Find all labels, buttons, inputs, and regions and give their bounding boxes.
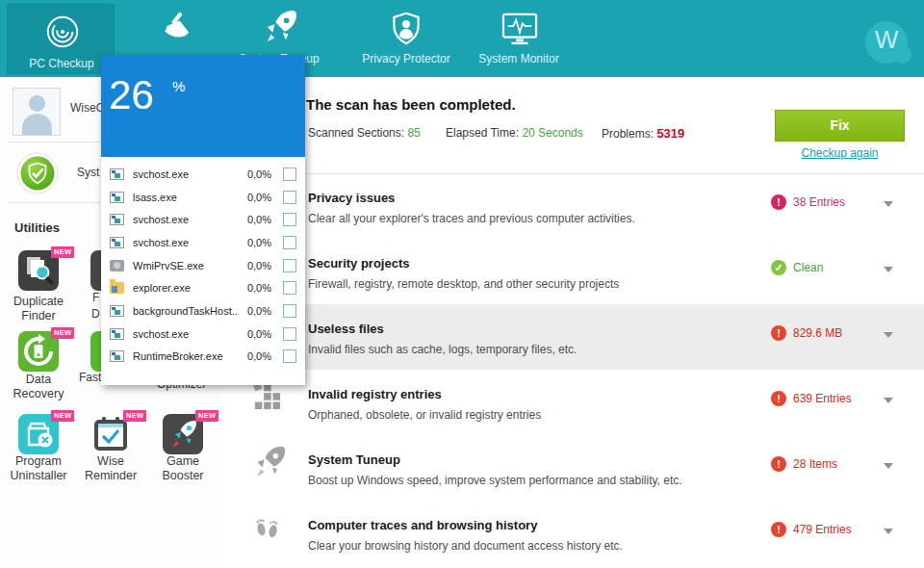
scan-category-row[interactable]: System Tuneup Boost up Windows speed, im… xyxy=(221,441,924,504)
checkup-again-link[interactable]: Checkup again xyxy=(775,146,905,160)
row-title: Useless files xyxy=(308,322,384,336)
error-icon: ! xyxy=(771,194,786,210)
row-title: Invalid registry entries xyxy=(308,387,442,401)
process-checkbox[interactable] xyxy=(283,213,296,226)
error-icon: ! xyxy=(771,522,786,537)
broom-icon xyxy=(157,11,193,45)
error-icon: ! xyxy=(771,325,786,341)
tile-label-line1: Data xyxy=(0,373,79,387)
process-row: lsass.exe 0,0% xyxy=(110,186,296,209)
scan-category-row[interactable]: Security projects Firewall, registry, re… xyxy=(221,245,924,308)
process-window-icon xyxy=(110,214,124,225)
row-description: Clear all your explorer's traces and pre… xyxy=(308,212,635,225)
process-checkbox[interactable] xyxy=(283,191,296,204)
partial-label: F xyxy=(92,291,99,304)
chevron-down-icon[interactable] xyxy=(884,398,893,403)
status-badge: 829.6 MB xyxy=(793,326,842,340)
partial-label: Fast xyxy=(79,371,101,384)
check-icon: ✓ xyxy=(771,260,786,275)
row-title: Security projects xyxy=(308,256,410,271)
scan-progress-header: 26 % xyxy=(101,55,305,157)
process-row: svchost.exe 0,0% xyxy=(110,231,296,254)
process-name: backgroundTaskHost... xyxy=(133,305,239,317)
tile-label-line1: Duplicate xyxy=(0,295,79,309)
system-protection-shield-icon[interactable] xyxy=(16,152,59,194)
process-row: backgroundTaskHost... 0,0% xyxy=(110,299,296,323)
process-row: WmiPrvSE.exe 0,0% xyxy=(110,254,296,277)
process-name: svchost.exe xyxy=(133,328,239,340)
process-checkbox[interactable] xyxy=(283,304,296,318)
pc-checkup-icon xyxy=(44,13,81,50)
row-title: Computer traces and browsing history xyxy=(308,518,537,532)
scan-category-row[interactable]: Useless files Invalid files such as cach… xyxy=(221,310,924,374)
scan-category-row[interactable]: Privacy issues Clear all your explorer's… xyxy=(221,179,924,243)
tab-pc-checkup[interactable]: PC Checkup xyxy=(7,4,115,74)
process-checkbox[interactable] xyxy=(283,168,296,181)
process-checkbox[interactable] xyxy=(283,236,296,249)
system-label-partial: Syst xyxy=(77,166,99,179)
tile-label-line1: Program xyxy=(0,454,79,469)
process-cpu: 0,0% xyxy=(239,237,271,248)
stat-value: 85 xyxy=(407,126,420,140)
header-separator xyxy=(221,173,924,174)
user-avatar[interactable] xyxy=(13,88,61,136)
scan-category-row[interactable]: Computer traces and browsing history Cle… xyxy=(221,506,924,568)
chevron-down-icon[interactable] xyxy=(884,332,893,338)
scan-percent-sign: % xyxy=(172,78,185,94)
process-row: svchost.exe 0,0% xyxy=(110,208,296,231)
new-badge: NEW xyxy=(51,410,74,422)
row-description: Clear your browsing history and document… xyxy=(308,539,623,553)
tuneup-rocket-icon xyxy=(252,445,287,479)
process-name: lsass.exe xyxy=(133,192,239,203)
error-icon: ! xyxy=(771,391,786,406)
stat-label: Elapsed Time: xyxy=(446,126,519,140)
fix-button[interactable]: Fix xyxy=(775,110,905,142)
app-window: PC Checkup System Tuneup xyxy=(0,0,924,568)
new-badge: NEW xyxy=(51,327,74,339)
process-cpu: 0,0% xyxy=(239,305,271,317)
tile-label-line1: Game xyxy=(142,454,223,469)
process-checkbox[interactable] xyxy=(283,327,296,341)
scan-percent: 26 xyxy=(109,72,154,118)
tile-label-line2: Uninstaller xyxy=(0,469,79,483)
tile-label-line2: Recovery xyxy=(0,387,79,401)
stat-label: Scanned Sections: xyxy=(308,126,404,140)
process-row: RuntimeBroker.exe 0,0% xyxy=(110,346,296,369)
row-title: System Tuneup xyxy=(308,452,400,467)
chevron-down-icon[interactable] xyxy=(884,529,893,534)
process-window-icon xyxy=(110,328,124,340)
registry-icon xyxy=(252,381,281,410)
process-name: svchost.exe xyxy=(133,214,239,225)
process-name: RuntimeBroker.exe xyxy=(133,350,239,362)
chevron-down-icon[interactable] xyxy=(884,463,893,469)
privacy-shield-icon xyxy=(389,10,424,48)
scan-category-row[interactable]: Invalid registry entries Orphaned, obsol… xyxy=(221,375,924,439)
process-checkbox[interactable] xyxy=(283,281,296,295)
process-name: svchost.exe xyxy=(133,168,239,180)
chevron-down-icon[interactable] xyxy=(884,201,893,207)
process-cpu: 0,0% xyxy=(239,168,271,180)
row-title: Privacy issues xyxy=(308,191,395,205)
process-cpu: 0,0% xyxy=(239,350,271,362)
stat-problems: Problems: 5319 xyxy=(602,126,684,141)
system-monitor-icon xyxy=(500,12,539,46)
tab-label: Privacy Protector xyxy=(352,52,460,67)
chevron-down-icon[interactable] xyxy=(884,267,893,272)
avatar-head xyxy=(29,95,45,112)
process-name: WmiPrvSE.exe xyxy=(133,260,239,271)
process-cpu: 0,0% xyxy=(239,214,271,225)
stat-scanned-sections: Scanned Sections: 85 xyxy=(308,126,421,140)
new-badge: NEW xyxy=(123,410,146,422)
utilities-section-title: Utilities xyxy=(14,220,60,235)
tile-label-line2: Finder xyxy=(0,309,79,323)
process-checkbox[interactable] xyxy=(283,259,296,272)
stat-value: 20 Seconds xyxy=(522,126,582,140)
status-badge: 38 Entries xyxy=(793,195,845,209)
stat-value: 5319 xyxy=(656,126,684,141)
stat-label: Problems: xyxy=(602,127,654,141)
process-checkbox[interactable] xyxy=(283,349,296,363)
error-icon: ! xyxy=(771,456,786,472)
status-badge: 28 Items xyxy=(793,457,837,471)
account-name-partial[interactable]: WiseC xyxy=(70,101,104,115)
process-cpu: 0,0% xyxy=(239,328,271,340)
